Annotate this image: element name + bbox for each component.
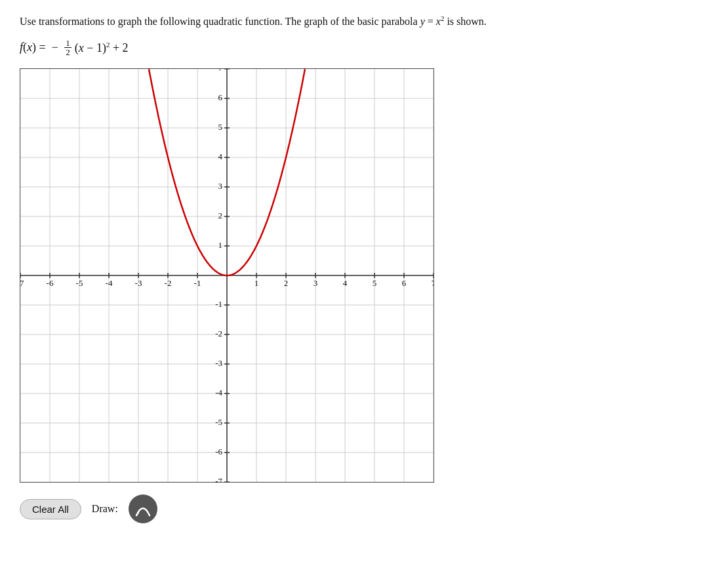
function-label: f(x) = − 1 2 (x − 1)2 + 2	[20, 39, 708, 56]
draw-icon[interactable]	[129, 494, 157, 523]
bottom-bar: Clear All Draw:	[20, 494, 708, 523]
clear-all-button[interactable]: Clear All	[20, 499, 81, 519]
graph-container	[20, 68, 708, 483]
graph-canvas[interactable]	[20, 68, 434, 483]
instructions-text: Use transformations to graph the followi…	[20, 13, 708, 30]
draw-label: Draw:	[92, 503, 118, 515]
parabola-draw-icon	[134, 500, 152, 518]
